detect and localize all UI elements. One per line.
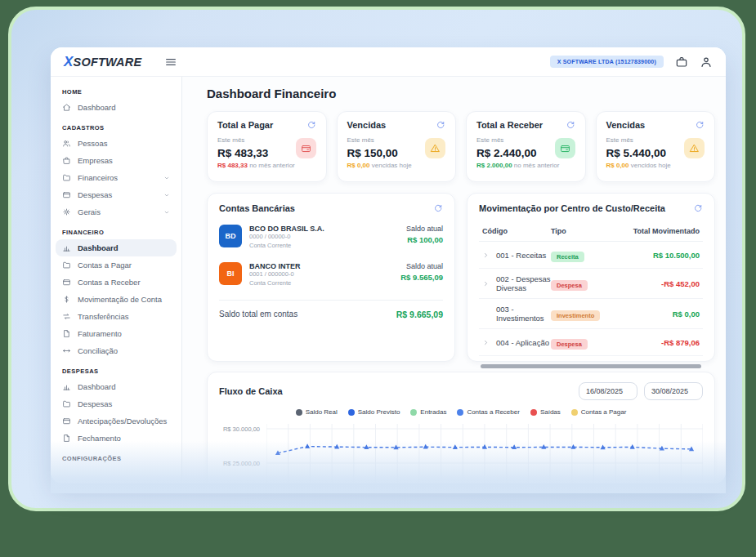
bank-badge: BD: [219, 225, 242, 247]
legend-dot: [457, 409, 463, 416]
bank-accounts-title: Contas Bancárias: [219, 203, 295, 213]
table-row[interactable]: 004 - Aplicação Despesa -R$ 879,06: [479, 329, 703, 356]
wallet-icon: [555, 138, 575, 158]
sidebar-item-financeiros[interactable]: Financeiros: [51, 169, 181, 186]
sidebar-item-empresas[interactable]: Empresas: [51, 152, 181, 169]
bag-icon: [62, 156, 71, 165]
total-balance-row: Saldo total em contas R$ 9.665,09: [219, 300, 443, 319]
top-bar: XSOFTWARE X SOFTWARE LTDA (15127839000): [51, 47, 726, 77]
balance-value: R$ 100,00: [406, 235, 443, 244]
sidebar-item-despesas-cadastro[interactable]: Despesas: [51, 186, 181, 203]
bar-chart-icon: [62, 243, 71, 252]
table-row[interactable]: 002 - Despesas Diversas Despesa -R$ 452,…: [479, 269, 703, 299]
table-row[interactable]: 001 - Receitas Receita R$ 10.500,00: [479, 242, 703, 269]
menu-icon[interactable]: [164, 56, 177, 69]
cash-flow-card: Fluxo de Caixa Saldo Real Saldo Previsto…: [207, 372, 715, 483]
refresh-icon[interactable]: [433, 203, 443, 213]
row-total: -R$ 879,06: [615, 338, 700, 347]
row-total: R$ 10.500,00: [615, 251, 700, 260]
bank-badge: BI: [219, 262, 242, 285]
sidebar-item-despesas[interactable]: Despesas: [51, 395, 181, 412]
cost-center-title: Movimentação por Centro de Custo/Receita: [479, 203, 665, 213]
gear-icon: [62, 207, 71, 216]
sidebar: HOME Dashboard CADASTROS Pessoas Empresa…: [51, 77, 182, 483]
sidebar-item-fechamento[interactable]: Fechamento: [51, 430, 181, 447]
page-title: Dashboard Financeiro: [207, 87, 715, 100]
row-total: R$ 0,00: [615, 310, 700, 319]
balance-label: Saldo atual: [406, 225, 443, 233]
legend-dot: [530, 409, 537, 416]
date-from-input[interactable]: [579, 382, 637, 400]
sidebar-item-contas-a-pagar[interactable]: Contas a Pagar: [51, 256, 181, 274]
bank-account-number: 0000 / 00000-0: [249, 233, 324, 242]
chevron-down-icon: [163, 192, 170, 198]
sidebar-item-dashboard-home[interactable]: Dashboard: [51, 99, 181, 116]
sidebar-section-configuracoes: CONFIGURAÇÕES: [51, 447, 181, 466]
bar-chart-icon: [62, 382, 71, 391]
sidebar-item-dashboard-despesas[interactable]: Dashboard: [51, 378, 181, 395]
refresh-icon[interactable]: [566, 120, 575, 130]
sidebar-item-pessoas[interactable]: Pessoas: [51, 135, 181, 152]
bank-name: BANCO INTER: [249, 262, 301, 270]
middle-row: Contas Bancárias BD BCO DO BRASIL S.A. 0…: [207, 193, 715, 362]
refresh-icon[interactable]: [693, 203, 703, 213]
card-icon: [62, 278, 71, 287]
refresh-icon[interactable]: [306, 120, 316, 130]
refresh-icon[interactable]: [436, 120, 445, 130]
folder-icon: [62, 399, 71, 408]
cash-flow-chart: R$ 30.000,00R$ 25.000,00R$ 20.000,00: [219, 421, 703, 483]
swap-icon: [62, 312, 71, 321]
row-total: -R$ 452,00: [615, 279, 700, 288]
wallet-icon: [296, 138, 316, 158]
kpi-card-total-a-pagar: Total a Pagar Este mês R$ 483,33 R$ 483,…: [207, 111, 327, 182]
kpi-card-vencidas-pagar: Vencidas Este mês R$ 150,00 R$ 0,00 venc…: [337, 111, 457, 182]
refresh-icon[interactable]: [695, 120, 705, 130]
bank-name: BCO DO BRASIL S.A.: [249, 225, 324, 233]
kpi-row: Total a Pagar Este mês R$ 483,33 R$ 483,…: [207, 111, 715, 182]
warning-icon: [684, 138, 705, 158]
cost-center-card: Movimentação por Centro de Custo/Receita…: [467, 193, 715, 362]
kpi-card-total-a-receber: Total a Receber Este mês R$ 2.440,00 R$ …: [466, 111, 586, 182]
bank-account-row[interactable]: BI BANCO INTER 0001 / 000000-0 Conta Cor…: [219, 262, 443, 288]
type-badge: Despesa: [551, 339, 588, 350]
body-row: HOME Dashboard CADASTROS Pessoas Empresa…: [51, 77, 726, 483]
sidebar-item-contas-a-receber[interactable]: Contas a Receber: [51, 274, 181, 291]
chart-legend: Saldo Real Saldo Previsto Entradas Conta…: [219, 408, 703, 416]
line-chart: [266, 421, 703, 483]
sidebar-item-antecipacoes-devolucoes[interactable]: Antecipações/Devoluções: [51, 412, 181, 430]
company-badge[interactable]: X SOFTWARE LTDA (15127839000): [550, 56, 664, 68]
bank-account-row[interactable]: BD BCO DO BRASIL S.A. 0000 / 00000-0 Con…: [219, 225, 443, 251]
chevron-right-icon[interactable]: [482, 252, 490, 259]
bank-account-type: Conta Corrente: [249, 279, 301, 288]
type-badge: Receita: [551, 252, 584, 262]
chevron-right-icon[interactable]: [482, 339, 490, 346]
sidebar-item-conciliacao[interactable]: Conciliação: [51, 342, 181, 359]
kpi-subtext: R$ 0,00 vencidas hoje: [347, 162, 446, 169]
sidebar-item-gerais[interactable]: Gerais: [51, 203, 181, 221]
sidebar-section-cadastros: CADASTROS: [51, 116, 181, 135]
kpi-card-vencidas-receber: Vencidas Este mês R$ 5.440,00 R$ 0,00 ve…: [596, 111, 716, 182]
table-row[interactable]: 003 - Investimentos Investimento R$ 0,00: [479, 299, 703, 329]
user-icon[interactable]: [700, 56, 713, 69]
app-window: XSOFTWARE X SOFTWARE LTDA (15127839000) …: [51, 47, 726, 483]
date-to-input[interactable]: [644, 382, 703, 400]
sidebar-item-faturamento[interactable]: Faturamento: [51, 325, 181, 342]
balance-label: Saldo atual: [400, 262, 443, 270]
briefcase-icon[interactable]: [675, 56, 688, 69]
chevron-down-icon: [163, 209, 170, 216]
card-icon: [62, 190, 71, 199]
arrows-horizontal-icon: [62, 346, 71, 355]
y-axis-labels: R$ 30.000,00R$ 25.000,00R$ 20.000,00: [219, 421, 266, 483]
kpi-subtext: R$ 2.000,00 no mês anterior: [476, 162, 575, 169]
legend-dot: [296, 409, 302, 416]
horizontal-scrollbar[interactable]: [481, 364, 701, 368]
sidebar-item-transferencias[interactable]: Transferências: [51, 308, 181, 325]
bank-account-number: 0001 / 000000-0: [249, 270, 301, 279]
chevron-down-icon: [163, 175, 170, 181]
kpi-subtext: R$ 0,00 vencidos hoje: [606, 162, 705, 169]
sidebar-item-movimentacao-de-conta[interactable]: Movimentação de Conta: [51, 291, 181, 308]
sidebar-item-dashboard-financeiro[interactable]: Dashboard: [56, 239, 177, 256]
main-content: Dashboard Financeiro Total a Pagar Este …: [182, 77, 726, 483]
chevron-right-icon[interactable]: [482, 280, 490, 287]
type-badge: Investimento: [551, 310, 600, 321]
